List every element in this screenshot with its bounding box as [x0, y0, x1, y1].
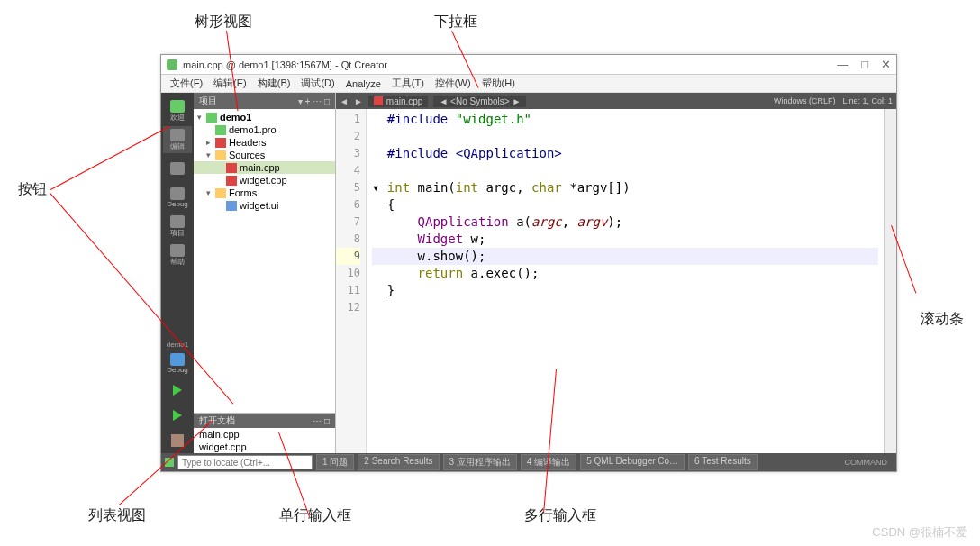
build-button[interactable] [167, 432, 188, 450]
menu-item[interactable]: 编辑(E) [208, 77, 252, 90]
mode-debug[interactable]: Debug [163, 184, 192, 211]
mode-help[interactable]: 帮助 [163, 241, 192, 268]
kit-selector[interactable]: Debug [163, 350, 192, 377]
titlebar[interactable]: main.cpp @ demo1 [1398:1567M] - Qt Creat… [161, 55, 896, 75]
annotation-list-view: 列表视图 [88, 506, 146, 525]
menu-item[interactable]: 帮助(H) [476, 77, 521, 90]
output-tab[interactable]: 1 问题 [316, 454, 354, 470]
mode-edit[interactable]: 编辑 [163, 126, 192, 153]
open-file-item[interactable]: main.cpp [194, 428, 335, 441]
encoding-indicator[interactable]: Windows (CRLF) [774, 96, 836, 105]
vertical-scrollbar[interactable] [884, 109, 896, 453]
file-dropdown[interactable]: main.cpp [368, 96, 429, 107]
status-right: COMMAND [839, 458, 894, 467]
menu-item[interactable]: 调试(D) [295, 77, 340, 90]
locator-input[interactable] [177, 455, 313, 469]
menu-item[interactable]: 工具(T) [386, 77, 430, 90]
project-pane-header[interactable]: 项目▾ + ⋯ □ [194, 93, 335, 109]
maximize-button[interactable]: □ [861, 58, 868, 71]
nav-fwd-icon[interactable]: ► [354, 96, 363, 106]
annotation-tree-view: 树形视图 [195, 13, 252, 32]
tree-node[interactable]: ▾demo1 [194, 111, 335, 123]
tree-node[interactable]: widget.ui [194, 199, 335, 212]
open-files-header[interactable]: 打开文档⋯ □ [194, 414, 335, 428]
annotation-dropdown: 下拉框 [434, 13, 477, 32]
watermark: CSDN @很楠不爱 [872, 524, 967, 541]
window-title: main.cpp @ demo1 [1398:1567M] - Qt Creat… [183, 59, 387, 70]
qt-creator-window: main.cpp @ demo1 [1398:1567M] - Qt Creat… [160, 54, 897, 472]
app-icon [167, 59, 177, 70]
mode-projects[interactable]: 项目 [163, 213, 192, 240]
menu-item[interactable]: 控件(W) [430, 77, 476, 90]
tree-node[interactable]: ▾Forms [194, 187, 335, 199]
tree-node[interactable]: main.cpp [194, 161, 335, 174]
project-tree[interactable]: ▾demo1demo1.pro▸Headers▾Sourcesmain.cppw… [194, 109, 335, 413]
output-tab[interactable]: 3 应用程序输出 [443, 454, 517, 470]
tree-node[interactable]: demo1.pro [194, 123, 335, 136]
cursor-position[interactable]: Line: 1, Col: 1 [842, 96, 893, 105]
annotation-button: 按钮 [18, 180, 47, 199]
window-controls: — □ ✕ [837, 58, 891, 71]
locator[interactable] [177, 455, 313, 469]
close-button[interactable]: ✕ [881, 58, 891, 71]
line-gutter[interactable]: 123456789101112 [336, 109, 367, 453]
minimize-button[interactable]: — [837, 58, 848, 71]
output-tab[interactable]: 5 QML Debugger Co… [580, 454, 685, 470]
editor-toolbar: ◄ ► main.cpp ◄ <No Symbols> ► Windows (C… [336, 93, 896, 109]
tree-node[interactable]: ▾Sources [194, 149, 335, 161]
annotation-single-input: 单行输入框 [279, 506, 351, 525]
mode-welcome[interactable]: 欢迎 [163, 97, 192, 124]
menu-item[interactable]: 构建(B) [252, 77, 296, 90]
menu-item[interactable]: Analyze [340, 78, 386, 89]
run-button[interactable] [167, 381, 188, 399]
tree-node[interactable]: ▸Headers [194, 136, 335, 149]
mode-sidebar: 欢迎 编辑 Debug 项目 帮助 demo1 Debug [161, 93, 194, 453]
side-panel: 项目▾ + ⋯ □ ▾demo1demo1.pro▸Headers▾Source… [194, 93, 336, 453]
menubar: 文件(F)编辑(E)构建(B)调试(D)Analyze工具(T)控件(W)帮助(… [161, 75, 896, 93]
nav-back-icon[interactable]: ◄ [340, 96, 349, 106]
output-tab[interactable]: 2 Search Results [358, 454, 439, 470]
run-debug-button[interactable] [167, 406, 188, 424]
statusbar: 1 问题2 Search Results3 应用程序输出4 编译输出5 QML … [161, 453, 896, 471]
open-files-pane: 打开文档⋯ □ main.cppwidget.cpp [194, 413, 335, 453]
annotation-multi-input: 多行输入框 [524, 506, 596, 525]
editor-area: ◄ ► main.cpp ◄ <No Symbols> ► Windows (C… [336, 93, 896, 453]
code-editor[interactable]: #include "widget.h" #include <QApplicati… [367, 109, 884, 453]
mode-design[interactable] [163, 155, 192, 182]
output-tab[interactable]: 6 Test Results [688, 454, 758, 470]
annotation-scrollbar: 滚动条 [921, 310, 964, 329]
tree-node[interactable]: widget.cpp [194, 174, 335, 187]
symbol-dropdown[interactable]: ◄ <No Symbols> ► [433, 96, 526, 107]
open-file-item[interactable]: widget.cpp [194, 441, 335, 453]
menu-item[interactable]: 文件(F) [165, 77, 208, 90]
